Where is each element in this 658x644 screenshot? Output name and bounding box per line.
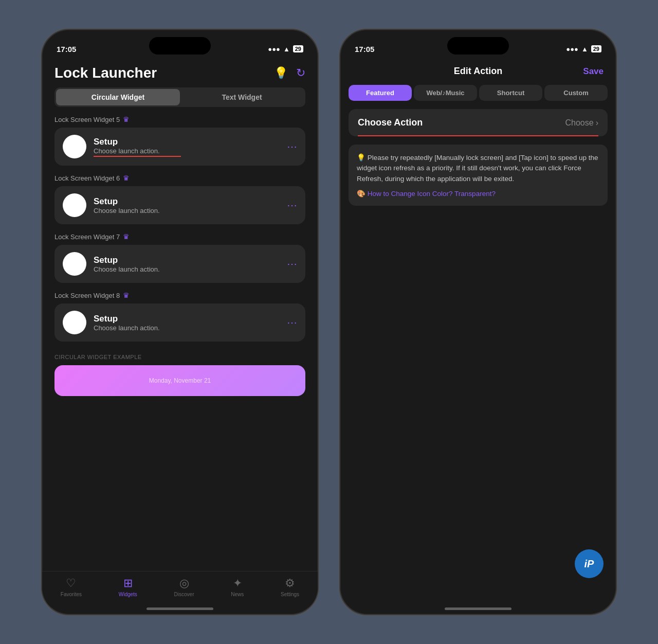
widget-avatar-5 [63, 135, 86, 158]
crown-icon-7: ♛ [123, 232, 130, 241]
status-icons-2: ●●● ▲ 29 [566, 45, 601, 53]
widget-card-8[interactable]: Setup Choose launch action. ⋯ [54, 303, 305, 342]
widget-title-5: Setup [94, 137, 280, 147]
widget-avatar-8 [63, 311, 86, 334]
widget-info-7: Setup Choose launch action. [94, 255, 280, 273]
edit-header: Edit Action Save [340, 60, 616, 85]
widget-section-6: Lock Screen Widget 6 ♛ Setup Choose laun… [42, 174, 318, 232]
empty-space [340, 206, 616, 607]
widget-label-8: Lock Screen Widget 8 ♛ [54, 291, 305, 299]
settings-label: Settings [281, 592, 299, 597]
example-section: CIRCULAR WIDGET EXAMPLE Monday, November… [42, 354, 318, 396]
red-underline-5 [94, 156, 181, 157]
refresh-icon[interactable]: ↻ [296, 66, 305, 80]
save-button[interactable]: Save [583, 66, 604, 77]
chevron-right-icon: › [596, 118, 598, 128]
home-indicator-2 [445, 607, 511, 610]
phone-2: 17:05 ●●● ▲ 29 Edit Action Save Featured… [339, 29, 617, 615]
crown-icon-8: ♛ [123, 291, 130, 299]
tab-bar-1: ♡ Favorites ⊞ Widgets ◎ Discover ✦ News … [42, 571, 318, 607]
tab-web-music[interactable]: Web/♪Music [414, 85, 477, 101]
widget-sub-8: Choose launch action. [94, 324, 280, 332]
news-label: News [231, 592, 244, 597]
widget-label-7: Lock Screen Widget 7 ♛ [54, 232, 305, 241]
tip-link[interactable]: 🎨 How to Change Icon Color? Transparent? [357, 189, 599, 198]
widget-title-7: Setup [94, 255, 280, 265]
widget-menu-8[interactable]: ⋯ [287, 316, 297, 329]
widget-info-5: Setup Choose launch action. [94, 137, 280, 157]
news-icon: ✦ [233, 577, 242, 590]
edit-title: Edit Action [454, 66, 502, 77]
dynamic-island-2 [447, 37, 509, 55]
tab-featured[interactable]: Featured [349, 85, 412, 101]
tab-discover[interactable]: ◎ Discover [174, 577, 194, 597]
widget-info-6: Setup Choose launch action. [94, 196, 280, 214]
home-indicator-1 [147, 607, 213, 610]
tab-custom[interactable]: Custom [544, 85, 608, 101]
widget-info-8: Setup Choose launch action. [94, 314, 280, 332]
battery-1: 29 [293, 45, 303, 52]
widget-section-5: Lock Screen Widget 5 ♛ Setup Choose laun… [42, 115, 318, 174]
widget-avatar-7 [63, 252, 86, 276]
widget-title-6: Setup [94, 196, 280, 207]
screen-content-2: Edit Action Save Featured Web/♪Music Sho… [340, 60, 616, 614]
battery-2: 29 [591, 45, 601, 52]
action-label: Choose Action [358, 117, 423, 128]
widget-sub-6: Choose launch action. [94, 207, 280, 214]
bulb-icon[interactable]: 💡 [274, 66, 288, 80]
discover-label: Discover [174, 592, 194, 597]
settings-icon: ⚙ [285, 577, 295, 590]
widgets-label: Widgets [119, 592, 137, 597]
widget-menu-7[interactable]: ⋯ [287, 258, 297, 270]
widget-card-5[interactable]: Setup Choose launch action. ⋯ [54, 128, 305, 166]
tip-link-icon: 🎨 [357, 190, 368, 198]
widget-menu-6[interactable]: ⋯ [287, 199, 297, 211]
screen-content-1: Lock Launcher 💡 ↻ Circular Widget Text W… [42, 60, 318, 614]
segment-control: Circular Widget Text Widget [54, 87, 305, 107]
header-icons: 💡 ↻ [274, 66, 305, 80]
widget-label-5: Lock Screen Widget 5 ♛ [54, 115, 305, 123]
status-icons-1: ●●● ▲ 29 [268, 45, 303, 53]
widget-avatar-6 [63, 193, 86, 217]
widget-menu-5[interactable]: ⋯ [287, 140, 297, 153]
action-red-line [358, 135, 598, 136]
tab-favorites[interactable]: ♡ Favorites [61, 577, 82, 597]
widget-title-8: Setup [94, 314, 280, 324]
widget-section-7: Lock Screen Widget 7 ♛ Setup Choose laun… [42, 232, 318, 291]
app-title: Lock Launcher [54, 65, 157, 81]
tab-widgets[interactable]: ⊞ Widgets [119, 577, 137, 597]
tip-text: 💡 Please try repeatedly [Manually lock s… [357, 153, 599, 184]
signal-icon-1: ●●● [268, 45, 280, 53]
choose-button[interactable]: Choose › [565, 118, 598, 128]
app-header: Lock Launcher 💡 ↻ [42, 60, 318, 87]
crown-icon-6: ♛ [123, 174, 130, 182]
crown-icon-5: ♛ [123, 115, 130, 123]
widget-card-6[interactable]: Setup Choose launch action. ⋯ [54, 186, 305, 224]
dynamic-island-1 [149, 37, 211, 55]
time-2: 17:05 [355, 45, 374, 53]
discover-icon: ◎ [179, 577, 189, 590]
tab-shortcut[interactable]: Shortcut [479, 85, 542, 101]
widget-card-7[interactable]: Setup Choose launch action. ⋯ [54, 245, 305, 283]
tab-pills: Featured Web/♪Music Shortcut Custom [349, 85, 608, 101]
ip-badge: iP [575, 549, 604, 578]
tip-bulb-icon: 💡 [357, 154, 368, 162]
widget-sub-7: Choose launch action. [94, 265, 280, 273]
action-row[interactable]: Choose Action Choose › [349, 109, 608, 136]
segment-text[interactable]: Text Widget [180, 89, 304, 105]
example-preview: Monday, November 21 [54, 365, 305, 396]
widgets-icon: ⊞ [123, 577, 133, 590]
favorites-label: Favorites [61, 592, 82, 597]
widget-section-8: Lock Screen Widget 8 ♛ Setup Choose laun… [42, 291, 318, 350]
wifi-icon-1: ▲ [283, 45, 290, 53]
segment-circular[interactable]: Circular Widget [56, 89, 180, 105]
tab-news[interactable]: ✦ News [231, 577, 244, 597]
signal-icon-2: ●●● [566, 45, 578, 53]
tab-settings[interactable]: ⚙ Settings [281, 577, 299, 597]
tip-box: 💡 Please try repeatedly [Manually lock s… [349, 145, 608, 206]
wifi-icon-2: ▲ [581, 45, 588, 53]
widgets-scroll: Lock Screen Widget 5 ♛ Setup Choose laun… [42, 115, 318, 571]
widget-label-6: Lock Screen Widget 6 ♛ [54, 174, 305, 182]
widget-sub-5: Choose launch action. [94, 147, 280, 155]
phone-1: 17:05 ●●● ▲ 29 Lock Launcher 💡 ↻ Circula… [41, 29, 319, 615]
